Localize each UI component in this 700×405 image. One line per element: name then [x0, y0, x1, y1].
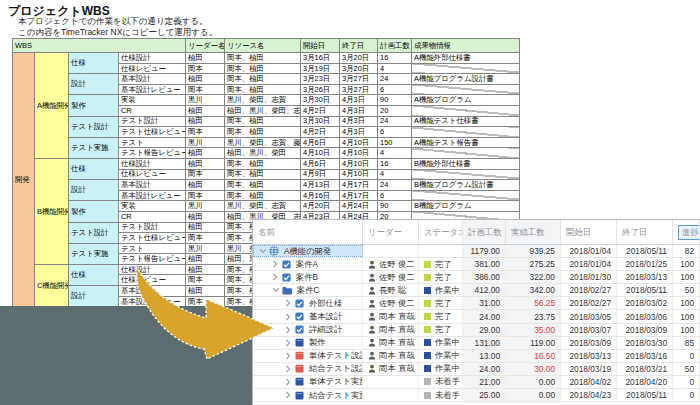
- task-cell-progress: 100: [673, 324, 700, 336]
- chevron-down-icon[interactable]: [272, 287, 281, 293]
- task-row[interactable]: 結合テスト設計岡本 直哉作業中24.0030.002018/03/192018/…: [253, 363, 700, 376]
- column-header-plan[interactable]: 計画工数: [463, 220, 506, 244]
- task-row[interactable]: 単体テスト実施未着手21.000.002018/04/022018/04/200: [253, 376, 700, 389]
- status-color-swatch: [424, 392, 431, 399]
- wbs-category-cell: 仕様: [69, 264, 119, 285]
- wbs-effort-cell: 24: [378, 116, 412, 127]
- wbs-resource-cell: 岡本、植田: [225, 74, 301, 85]
- task-cell-plan: 29.00: [463, 324, 506, 336]
- wbs-leader-cell: 植田: [186, 264, 225, 275]
- plan-value: 386.00: [475, 272, 500, 282]
- task-cell-name: 単体テスト設計: [253, 350, 363, 362]
- task-cell-end: 2018/04/20: [617, 376, 673, 388]
- wbs-leader-cell: 植田: [186, 116, 225, 127]
- progress-column-selector[interactable]: 進捗率: [678, 225, 700, 240]
- column-header-leader[interactable]: リーダー: [363, 220, 419, 244]
- task-row[interactable]: 結合テスト実施未着手25.000.002018/04/232018/05/110: [253, 389, 700, 402]
- box-blue-icon: [295, 338, 304, 347]
- plan-value: 131.00: [475, 338, 500, 348]
- plan-value: 13.00: [479, 351, 500, 361]
- wbs-start-cell: 4月9日: [301, 169, 340, 180]
- wbs-category-cell: テスト設計: [69, 222, 119, 243]
- box-red-icon: [295, 364, 304, 373]
- person-icon: [368, 286, 376, 295]
- column-header-status[interactable]: ステータス: [419, 220, 463, 244]
- chevron-right-icon[interactable]: [272, 273, 281, 281]
- wbs-start-cell: 3月30日: [301, 95, 340, 106]
- task-row[interactable]: 案件B佐野 俊二完了386.00322.002018/01/302018/03/…: [253, 271, 700, 284]
- chevron-right-icon[interactable]: [285, 313, 294, 321]
- wbs-end-cell: 3月20日: [340, 63, 378, 74]
- column-header-start[interactable]: 開始日: [561, 220, 617, 244]
- actual-value: 322.00: [530, 272, 555, 282]
- task-cell-start: 2018/03/05: [561, 310, 617, 322]
- plan-value: 24.00: [479, 364, 500, 374]
- wbs-task-cell: 基本設計: [119, 180, 186, 191]
- task-cell-status: 完了: [419, 324, 463, 336]
- wbs-category-cell: テスト実施: [69, 137, 119, 158]
- task-cell-progress: 0: [673, 376, 700, 388]
- task-cell-leader: 長野 聡: [363, 284, 419, 296]
- task-name-label: 案件A: [296, 259, 318, 270]
- task-row[interactable]: 単体テスト設計岡本 直哉作業中13.0016.502018/03/132018/…: [253, 350, 700, 363]
- wbs-task-cell: 基本設計: [119, 74, 186, 85]
- start-value: 2018/02/27: [569, 285, 611, 295]
- person-icon: [368, 364, 376, 373]
- wbs-leader-cell: 植田: [186, 74, 225, 85]
- chevron-right-icon[interactable]: [285, 299, 294, 307]
- end-value: 2018/05/11: [626, 285, 667, 295]
- task-cell-status: 完了: [419, 271, 463, 283]
- chevron-right-icon[interactable]: [285, 339, 294, 347]
- task-cell-status: 完了: [419, 297, 463, 309]
- chevron-right-icon[interactable]: [272, 260, 281, 268]
- task-name-label: 案件C: [297, 285, 320, 296]
- column-header-actual[interactable]: 実績工数: [506, 220, 561, 244]
- column-header-end[interactable]: 終了日: [617, 220, 673, 244]
- status-label: 完了: [435, 324, 452, 335]
- wbs-task-cell: 基本設計レビュー: [119, 84, 186, 95]
- end-value: 2018/03/16: [625, 351, 667, 361]
- chevron-right-icon[interactable]: [285, 391, 294, 399]
- task-cell-actual: 56.25: [506, 297, 561, 309]
- wbs-deliverable-cell: A機能テスト報告書: [412, 137, 520, 148]
- task-row[interactable]: A機能の開発1179.00939.252018/01/042018/05/118…: [253, 245, 700, 258]
- chevron-right-icon[interactable]: [285, 365, 294, 373]
- task-row[interactable]: 外部仕様佐野 俊二完了31.0056.252018/02/272018/03/0…: [253, 297, 700, 310]
- task-cell-name: 外部仕様: [253, 297, 363, 309]
- chevron-right-icon[interactable]: [285, 378, 294, 386]
- task-cell-plan: 24.00: [463, 363, 506, 375]
- wbs-function-cell: C機能開発: [35, 264, 69, 306]
- column-header-progress[interactable]: 進捗率: [673, 220, 700, 244]
- progress-value: 50: [685, 285, 694, 295]
- task-row[interactable]: 製作岡本 直哉作業中131.00119.002018/03/092018/03/…: [253, 337, 700, 350]
- chevron-down-icon[interactable]: [259, 248, 268, 254]
- person-icon: [368, 351, 376, 360]
- wbs-resource-cell: 黒川、柴田、志賀: [225, 95, 301, 106]
- wbs-leader-cell: 岡本: [186, 84, 225, 95]
- wbs-resource-cell: 岡本、植田: [225, 127, 301, 138]
- person-icon: [368, 273, 376, 282]
- status-label: 作業中: [435, 350, 460, 361]
- wbs-deliverable-cell: [412, 148, 520, 159]
- box-blue-icon: [295, 377, 304, 386]
- task-row[interactable]: 案件A佐野 俊二完了381.00275.252018/01/042018/01/…: [253, 258, 700, 271]
- column-header-name[interactable]: 名前: [253, 220, 363, 244]
- chevron-right-icon[interactable]: [285, 326, 294, 334]
- wbs-leader-cell: 黒川: [186, 201, 225, 212]
- task-row[interactable]: 案件C長野 聡作業中412.00342.002018/02/272018/05/…: [253, 284, 700, 297]
- wbs-resource-cell: 岡本、植田: [225, 190, 301, 201]
- checkbox-checked-icon: [295, 325, 304, 334]
- task-row[interactable]: 詳細設計岡本 直哉完了29.0035.002018/03/072018/03/0…: [253, 324, 700, 337]
- wbs-start-cell: 4月16日: [301, 190, 340, 201]
- task-cell-actual: 23.75: [506, 310, 561, 322]
- task-cell-leader: 佐野 俊二: [363, 271, 419, 283]
- actual-value: 939.25: [530, 246, 555, 256]
- wbs-header-start: 開始日: [301, 39, 340, 53]
- task-cell-progress: 100: [673, 297, 700, 309]
- task-row[interactable]: 基本設計岡本 直哉完了24.0023.752018/03/052018/03/0…: [253, 310, 700, 323]
- task-cell-plan: 13.00: [463, 350, 506, 362]
- chevron-right-icon[interactable]: [285, 352, 294, 360]
- task-name-label: 外部仕様: [309, 298, 342, 309]
- actual-value: 35.00: [534, 325, 555, 335]
- person-icon: [368, 260, 376, 269]
